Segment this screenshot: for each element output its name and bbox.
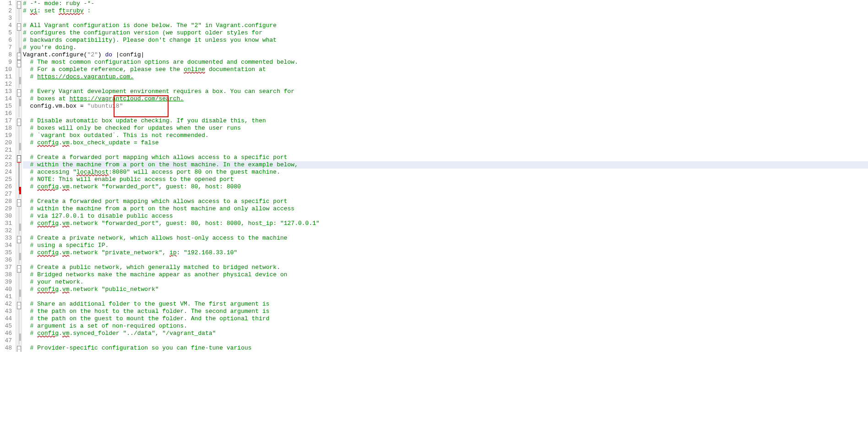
code-area[interactable]: # -*- mode: ruby -*-# vi: set ft=ruby :#…: [22, 0, 868, 352]
code-line[interactable]: # For a complete reference, please see t…: [23, 66, 868, 73]
code-line[interactable]: [23, 110, 868, 117]
code-line[interactable]: # Every Vagrant development environment …: [23, 88, 868, 95]
code-line[interactable]: # Create a public network, which general…: [23, 264, 868, 271]
fold-cell[interactable]: −: [16, 88, 22, 95]
fold-cell[interactable]: [16, 323, 22, 330]
fold-cell[interactable]: [16, 257, 22, 264]
fold-cell[interactable]: −: [16, 0, 22, 7]
code-line[interactable]: # Provider-specific configuration so you…: [23, 344, 868, 352]
fold-cell[interactable]: [16, 249, 22, 257]
code-line[interactable]: # within the machine from a port on the …: [23, 205, 868, 213]
fold-cell[interactable]: [16, 29, 22, 37]
fold-cell[interactable]: [16, 7, 22, 15]
fold-cell[interactable]: [16, 191, 22, 198]
code-line[interactable]: # vi: set ft=ruby :: [23, 7, 868, 15]
code-line[interactable]: # argument is a set of non-required opti…: [23, 323, 868, 330]
fold-cell[interactable]: [16, 95, 22, 103]
fold-cell[interactable]: [16, 161, 22, 169]
fold-cell[interactable]: [16, 15, 22, 22]
code-line[interactable]: # Create a forwarded port mapping which …: [23, 154, 868, 161]
code-line[interactable]: [23, 147, 868, 154]
code-line[interactable]: # config.vm.box_check_update = false: [23, 139, 868, 147]
fold-cell[interactable]: [16, 176, 22, 183]
code-line[interactable]: # Disable automatic box update checking.…: [23, 117, 868, 125]
fold-cell[interactable]: −: [16, 344, 22, 352]
code-line[interactable]: # -*- mode: ruby -*-: [23, 0, 868, 7]
code-line[interactable]: # your network.: [23, 279, 868, 286]
code-line[interactable]: # Share an additional folder to the gues…: [23, 301, 868, 308]
fold-cell[interactable]: [16, 183, 22, 191]
fold-cell[interactable]: [16, 125, 22, 132]
code-line[interactable]: # backwards compatibility). Please don't…: [23, 37, 868, 44]
code-line[interactable]: # boxes will only be checked for updates…: [23, 125, 868, 132]
fold-cell[interactable]: [16, 66, 22, 73]
code-line[interactable]: # Bridged networks make the machine appe…: [23, 271, 868, 279]
code-line[interactable]: # accessing "localhost:8080" will access…: [23, 169, 868, 176]
code-line[interactable]: # config.vm.network "forwarded_port", gu…: [23, 220, 868, 227]
code-line[interactable]: # within the machine from a port on the …: [23, 161, 868, 169]
code-line[interactable]: # you're doing.: [23, 44, 868, 51]
code-line[interactable]: # Create a private network, which allows…: [23, 235, 868, 242]
code-line[interactable]: # Create a forwarded port mapping which …: [23, 198, 868, 205]
fold-cell[interactable]: [16, 293, 22, 301]
fold-cell[interactable]: [16, 220, 22, 227]
fold-cell[interactable]: −: [16, 198, 22, 205]
fold-cell[interactable]: −: [16, 22, 22, 29]
fold-cell[interactable]: [16, 308, 22, 315]
fold-cell[interactable]: [16, 139, 22, 147]
fold-column[interactable]: −−−−−−−−−−−−: [16, 0, 22, 352]
code-line[interactable]: # boxes at https://vagrantcloud.com/sear…: [23, 95, 868, 103]
fold-cell[interactable]: −: [16, 154, 22, 161]
fold-cell[interactable]: [16, 169, 22, 176]
fold-cell[interactable]: [16, 213, 22, 220]
code-line[interactable]: # config.vm.network "forwarded_port", gu…: [23, 183, 868, 191]
fold-cell[interactable]: [16, 37, 22, 44]
code-editor[interactable]: 1234567891011121314151617181920212223242…: [0, 0, 868, 352]
code-line[interactable]: # NOTE: This will enable public access t…: [23, 176, 868, 183]
code-line[interactable]: [23, 191, 868, 198]
code-line[interactable]: # configures the configuration version (…: [23, 29, 868, 37]
fold-cell[interactable]: [16, 147, 22, 154]
code-line[interactable]: # https://docs.vagrantup.com.: [23, 73, 868, 81]
fold-cell[interactable]: [16, 242, 22, 249]
code-line[interactable]: # using a specific IP.: [23, 242, 868, 249]
fold-cell[interactable]: −: [16, 59, 22, 66]
code-line[interactable]: Vagrant.configure("2") do |config|: [23, 51, 868, 59]
fold-cell[interactable]: [16, 227, 22, 235]
code-line[interactable]: # the path on the host to the actual fol…: [23, 308, 868, 315]
fold-cell[interactable]: [16, 337, 22, 344]
code-line[interactable]: # config.vm.network "private_network", i…: [23, 249, 868, 257]
fold-cell[interactable]: −: [16, 264, 22, 271]
code-line[interactable]: # config.vm.network "public_network": [23, 286, 868, 293]
code-line[interactable]: [23, 81, 868, 88]
fold-cell[interactable]: [16, 286, 22, 293]
code-line[interactable]: # All Vagrant configuration is done belo…: [23, 22, 868, 29]
fold-cell[interactable]: −: [16, 117, 22, 125]
code-line[interactable]: [23, 227, 868, 235]
fold-cell[interactable]: [16, 132, 22, 139]
code-line[interactable]: config.vm.box = "ubuntu18": [23, 103, 868, 110]
fold-cell[interactable]: [16, 315, 22, 323]
fold-cell[interactable]: [16, 103, 22, 110]
code-line[interactable]: # The most common configuration options …: [23, 59, 868, 66]
fold-cell[interactable]: [16, 271, 22, 279]
code-line[interactable]: # the path on the guest to mount the fol…: [23, 315, 868, 323]
fold-cell[interactable]: −: [16, 301, 22, 308]
fold-cell[interactable]: [16, 81, 22, 88]
fold-cell[interactable]: [16, 279, 22, 286]
fold-cell[interactable]: −: [16, 51, 22, 59]
fold-cell[interactable]: [16, 205, 22, 213]
code-line[interactable]: # via 127.0.0.1 to disable public access: [23, 213, 868, 220]
fold-cell[interactable]: −: [16, 235, 22, 242]
code-line[interactable]: [23, 15, 868, 22]
code-line[interactable]: [23, 257, 868, 264]
fold-cell[interactable]: [16, 44, 22, 51]
fold-cell[interactable]: [16, 330, 22, 337]
code-line[interactable]: [23, 293, 868, 301]
fold-cell[interactable]: [16, 73, 22, 81]
code-line[interactable]: [23, 337, 868, 344]
code-line[interactable]: # config.vm.synced_folder "../data", "/v…: [23, 330, 868, 337]
code-line[interactable]: # `vagrant box outdated`. This is not re…: [23, 132, 868, 139]
fold-toggle-icon[interactable]: −: [17, 346, 21, 352]
fold-cell[interactable]: [16, 110, 22, 117]
